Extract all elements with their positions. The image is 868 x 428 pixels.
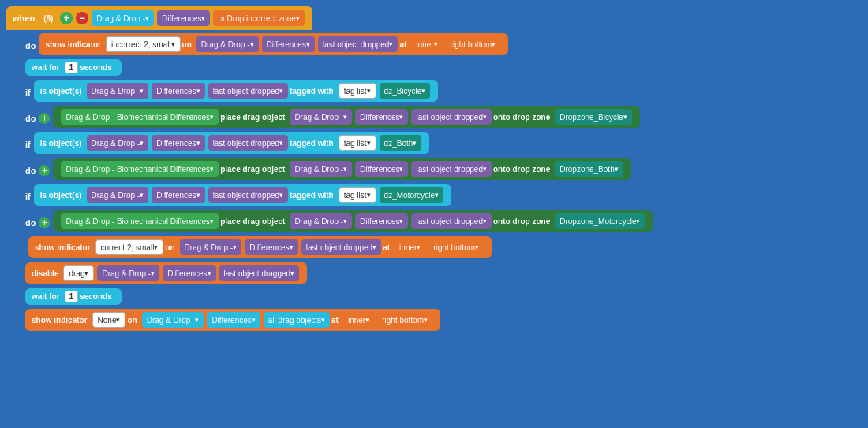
if-label-2: if — [25, 140, 31, 149]
do-label-if3: do — [25, 218, 36, 227]
right-bottom-chip-2[interactable]: right bottom — [428, 239, 484, 255]
remove-condition-button[interactable]: − — [76, 12, 88, 24]
show-ind-differences-chip[interactable]: Differences — [262, 36, 315, 52]
do2-last-dropped-chip[interactable]: last object dropped — [411, 161, 492, 177]
do3-dropzone-chip[interactable]: Dropzone_Motorcycle — [555, 213, 645, 229]
disable-differences-chip[interactable]: Differences — [163, 265, 215, 281]
if1-differences-chip[interactable]: Differences — [152, 83, 204, 99]
do-plus-3[interactable]: + — [39, 217, 50, 228]
do1-bio-chip[interactable]: Drag & Drop - Biomechanical Differences — [61, 109, 219, 125]
right-bottom-chip-3[interactable]: right bottom — [377, 312, 432, 328]
do-plus-2[interactable]: + — [39, 165, 50, 176]
if2-tagged-label: tagged with — [290, 139, 334, 148]
show-ind3-all-drag-chip[interactable]: all drag objects — [264, 312, 330, 328]
do-label-if2: do — [25, 166, 36, 175]
show-indicator-label-2: show indicator — [35, 243, 91, 252]
right-bottom-chip-1[interactable]: right bottom — [446, 36, 501, 52]
do2-onto-label: onto drop zone — [493, 165, 550, 174]
do1-drag-drop-chip[interactable]: Drag & Drop - — [290, 109, 352, 125]
wait-seconds-label-1: seconds — [80, 63, 112, 72]
do2-bio-chip[interactable]: Drag & Drop - Biomechanical Differences — [61, 161, 219, 177]
show-ind2-last-dropped-chip[interactable]: last object dropped — [301, 239, 382, 255]
show-indicator-block-3: show indicator None on Drag & Drop - Dif… — [25, 309, 440, 331]
show-indicator-block-1: show indicator incorrect 2, small on Dra… — [39, 33, 508, 55]
show-indicator-label-1: show indicator — [45, 40, 101, 49]
add-condition-button[interactable]: + — [60, 12, 73, 24]
do-block-1: Drag & Drop - Biomechanical Differences … — [53, 106, 639, 128]
when-event-chip[interactable]: onDrop incorrect zone — [213, 10, 304, 26]
if3-last-dropped-chip[interactable]: last object dropped — [208, 187, 289, 203]
do2-differences-chip[interactable]: Differences — [355, 161, 408, 177]
show-ind2-differences-chip[interactable]: Differences — [245, 239, 297, 255]
do3-onto-label: onto drop zone — [493, 217, 550, 226]
on-label-1: on — [182, 40, 192, 49]
do-block-3: Drag & Drop - Biomechanical Differences … — [53, 210, 653, 232]
show-ind-drag-drop-chip[interactable]: Drag & Drop - — [196, 36, 259, 52]
if-block-2: is object(s) Drag & Drop - Differences l… — [34, 132, 430, 154]
wait-for-block-2: wait for 1 seconds — [25, 288, 122, 305]
if1-tag-value-chip[interactable]: dz_Bicycle — [380, 83, 431, 99]
if1-drag-drop-chip[interactable]: Drag & Drop - — [87, 83, 149, 99]
if2-last-dropped-chip[interactable]: last object dropped — [208, 135, 289, 151]
do1-last-dropped-chip[interactable]: last object dropped — [411, 109, 492, 125]
show-indicator-label-3: show indicator — [32, 316, 88, 325]
do3-drag-drop-chip[interactable]: Drag & Drop - — [290, 213, 352, 229]
if1-tagged-label: tagged with — [290, 87, 334, 96]
when-label: when — [13, 13, 35, 23]
if3-tag-list-chip[interactable]: tag list — [339, 187, 376, 203]
disable-drag-drop-chip[interactable]: Drag & Drop - — [97, 265, 159, 281]
inner-chip-3[interactable]: inner — [343, 312, 374, 328]
incorrect-small-chip[interactable]: incorrect 2, small — [106, 36, 181, 52]
if2-differences-chip[interactable]: Differences — [152, 135, 204, 151]
on-label-3: on — [127, 316, 137, 325]
show-ind-last-dropped-chip[interactable]: last object dropped — [318, 36, 398, 52]
show-ind2-drag-drop-chip[interactable]: Drag & Drop - — [180, 239, 242, 255]
if1-last-dropped-chip[interactable]: last object dropped — [208, 83, 289, 99]
disable-last-dragged-chip[interactable]: last object dragged — [219, 265, 300, 281]
inner-chip-1[interactable]: inner — [411, 36, 442, 52]
do3-last-dropped-chip[interactable]: last object dropped — [411, 213, 492, 229]
do3-bio-chip[interactable]: Drag & Drop - Biomechanical Differences — [61, 213, 219, 229]
do-label-if1: do — [25, 114, 36, 123]
if-label-3: if — [25, 192, 31, 201]
if1-tag-list-chip[interactable]: tag list — [339, 83, 376, 99]
disable-label: disable — [32, 269, 58, 278]
wait-seconds-label-2: seconds — [80, 292, 112, 301]
if3-tag-value-chip[interactable]: dz_Motorcycle — [380, 187, 443, 203]
wait-seconds-num-1[interactable]: 1 — [65, 62, 79, 73]
wait-seconds-num-2[interactable]: 1 — [65, 291, 79, 302]
show-indicator-block-2: show indicator correct 2, small on Drag … — [28, 236, 492, 258]
do-plus-1[interactable]: + — [39, 113, 50, 124]
at-label-1: at — [399, 40, 406, 49]
if2-tag-list-chip[interactable]: tag list — [339, 135, 376, 151]
when-differences-chip[interactable]: Differences — [157, 10, 210, 26]
when-block: when (6) + − Drag & Drop - Differences o… — [6, 6, 312, 30]
do-block-2: Drag & Drop - Biomechanical Differences … — [53, 158, 630, 180]
correct-small-chip[interactable]: correct 2, small — [95, 239, 164, 255]
do1-place-label: place drag object — [220, 113, 285, 122]
if2-drag-drop-chip[interactable]: Drag & Drop - — [87, 135, 149, 151]
do3-differences-chip[interactable]: Differences — [355, 213, 408, 229]
wait-for-label-2: wait for — [32, 292, 60, 301]
do2-drag-drop-chip[interactable]: Drag & Drop - — [290, 161, 352, 177]
do3-place-label: place drag object — [220, 217, 285, 226]
do2-place-label: place drag object — [220, 165, 285, 174]
do2-dropzone-chip[interactable]: Dropzone_Both — [555, 161, 623, 177]
drag-chip[interactable]: drag — [63, 265, 94, 281]
wait-for-block-1: wait for 1 seconds — [25, 59, 122, 76]
inner-chip-2[interactable]: inner — [395, 239, 425, 255]
is-objects-label-2: is object(s) — [40, 139, 82, 148]
if3-differences-chip[interactable]: Differences — [152, 187, 204, 203]
when-drag-drop-chip[interactable]: Drag & Drop - — [92, 10, 154, 26]
do1-differences-chip[interactable]: Differences — [355, 109, 408, 125]
none-chip[interactable]: None — [92, 312, 126, 328]
do1-dropzone-chip[interactable]: Dropzone_Bicycle — [555, 109, 632, 125]
do1-onto-label: onto drop zone — [493, 113, 550, 122]
if2-tag-value-chip[interactable]: dz_Both — [380, 135, 422, 151]
wait-for-label-1: wait for — [32, 63, 60, 72]
show-ind3-drag-drop-chip[interactable]: Drag & Drop - — [142, 312, 204, 328]
if3-drag-drop-chip[interactable]: Drag & Drop - — [87, 187, 149, 203]
if-label-1: if — [25, 88, 31, 97]
at-label-2: at — [383, 243, 390, 252]
show-ind3-differences-chip[interactable]: Differences — [207, 312, 260, 328]
